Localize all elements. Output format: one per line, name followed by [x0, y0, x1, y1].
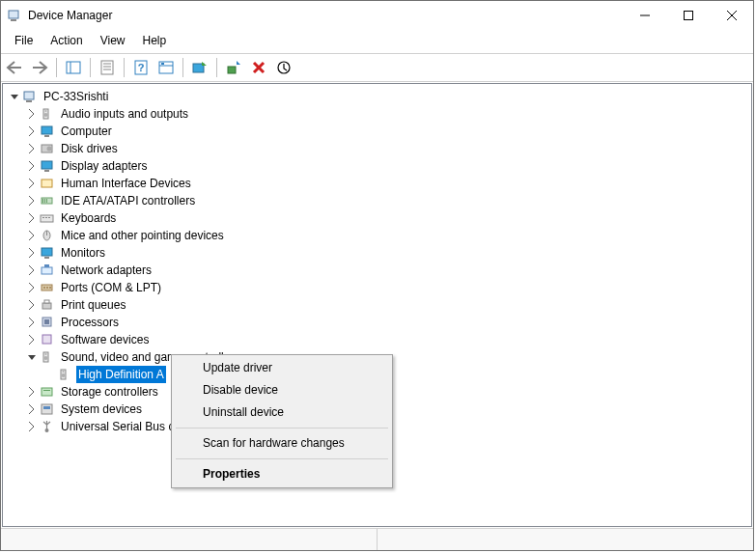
tree-node-ide[interactable]: IDE ATA/ATAPI controllers — [7, 192, 751, 209]
tree-node-proc[interactable]: Processors — [7, 314, 751, 331]
tree-node-network[interactable]: Network adapters — [7, 262, 751, 279]
chevron-right-icon[interactable] — [24, 106, 40, 122]
minimize-button[interactable] — [623, 2, 666, 30]
svg-rect-43 — [67, 62, 80, 73]
tree-node-label: Monitors — [59, 244, 107, 262]
tree-node-ports[interactable]: Ports (COM & LPT) — [7, 279, 751, 296]
tree-node-label: High Definition A — [76, 366, 166, 383]
toolbar-action-icon[interactable] — [154, 56, 178, 79]
cpu-icon — [40, 315, 55, 330]
tree-node-label: System devices — [59, 401, 144, 418]
tree-node-label: Ports (COM & LPT) — [59, 279, 163, 296]
chevron-down-icon[interactable] — [24, 349, 40, 365]
toolbar-separator — [182, 58, 183, 77]
tree-node-label: PC-33Srishti — [42, 88, 110, 105]
toolbar-separator — [56, 58, 57, 77]
close-button[interactable] — [710, 2, 753, 30]
toolbar-back-icon[interactable] — [3, 56, 26, 79]
toolbar-forward-icon[interactable] — [28, 56, 51, 79]
keyboard-icon — [40, 210, 55, 226]
chevron-right-icon[interactable] — [24, 245, 40, 261]
tree-node-disk[interactable]: Disk drives — [7, 140, 751, 157]
chevron-right-icon[interactable] — [24, 228, 40, 243]
speaker-icon — [40, 106, 55, 122]
tree-node-keyboards[interactable]: Keyboards — [7, 209, 751, 227]
tree-node-audio[interactable]: Audio inputs and outputs — [7, 105, 751, 123]
tree-node-display[interactable]: Display adapters — [7, 157, 751, 175]
toolbar-properties-icon[interactable] — [96, 56, 119, 79]
chevron-right-icon[interactable] — [24, 384, 40, 400]
chevron-right-icon[interactable] — [24, 280, 40, 295]
tree-node-label: Print queues — [59, 296, 127, 314]
chevron-right-icon[interactable] — [24, 141, 40, 156]
toolbar-separator — [90, 58, 91, 77]
tree-node-label: IDE ATA/ATAPI controllers — [59, 192, 197, 209]
chevron-right-icon[interactable] — [24, 158, 40, 174]
chevron-right-icon[interactable] — [24, 193, 40, 208]
hid-icon — [40, 176, 55, 191]
network-icon — [40, 263, 55, 278]
chevron-right-icon[interactable] — [24, 263, 40, 278]
device-manager-window: Device Manager File Action View Help — [0, 0, 754, 551]
titlebar: Device Manager — [1, 1, 753, 30]
context-properties[interactable]: Properties — [174, 463, 390, 485]
software-icon — [40, 332, 55, 347]
chevron-right-icon[interactable] — [24, 332, 40, 347]
tree-node-label: Processors — [59, 314, 121, 331]
printer-icon — [40, 297, 55, 313]
chevron-right-icon[interactable] — [24, 297, 40, 313]
svg-rect-53 — [161, 63, 164, 65]
expander-blank — [42, 367, 57, 382]
statusbar-cell — [1, 529, 378, 550]
tree-node-softdev[interactable]: Software devices — [7, 331, 751, 348]
mouse-icon — [40, 228, 55, 243]
svg-rect-55 — [228, 67, 236, 73]
chevron-down-icon[interactable] — [7, 89, 22, 104]
toolbar-disable-icon[interactable] — [272, 56, 295, 79]
context-update-driver[interactable]: Update driver — [174, 357, 390, 379]
window-controls — [623, 2, 753, 30]
tree-node-label: Mice and other pointing devices — [59, 227, 226, 244]
tree-node-label: Storage controllers — [59, 383, 160, 401]
maximize-button[interactable] — [666, 2, 710, 30]
speaker-icon — [40, 349, 55, 365]
tree-node-label: Display adapters — [59, 157, 149, 175]
tree-node-mice[interactable]: Mice and other pointing devices — [7, 227, 751, 244]
chevron-right-icon[interactable] — [24, 210, 40, 226]
tree-node-hid[interactable]: Human Interface Devices — [7, 175, 751, 192]
toolbar-show-hide-tree-icon[interactable] — [62, 56, 85, 79]
chevron-right-icon[interactable] — [24, 315, 40, 330]
toolbar-help-icon[interactable]: ? — [129, 56, 153, 79]
disk-icon — [40, 141, 55, 156]
toolbar-update-driver-icon[interactable] — [222, 56, 245, 79]
port-icon — [40, 280, 55, 295]
statusbar-cell — [378, 529, 753, 550]
context-separator — [176, 458, 388, 459]
tree-panel[interactable]: PC-33SrishtiAudio inputs and outputsComp… — [2, 83, 752, 527]
context-disable-device[interactable]: Disable device — [174, 379, 390, 401]
chevron-right-icon[interactable] — [24, 176, 40, 191]
chevron-right-icon[interactable] — [24, 401, 40, 417]
menu-view[interactable]: View — [93, 32, 133, 49]
tree-node-label: Software devices — [59, 331, 151, 348]
tree-node-printq[interactable]: Print queues — [7, 296, 751, 314]
context-uninstall-device[interactable]: Uninstall device — [174, 401, 390, 424]
toolbar-scan-hardware-icon[interactable] — [188, 56, 211, 79]
tree-node-computer[interactable]: Computer — [7, 123, 751, 140]
tree-node-label: Disk drives — [59, 140, 120, 157]
chevron-right-icon[interactable] — [24, 419, 40, 434]
tree-node-monitors[interactable]: Monitors — [7, 244, 751, 262]
monitor-icon — [40, 124, 55, 139]
monitor-icon — [40, 158, 55, 174]
svg-rect-40 — [684, 12, 692, 20]
context-scan-hardware[interactable]: Scan for hardware changes — [174, 432, 390, 455]
toolbar-uninstall-icon[interactable] — [247, 56, 270, 79]
system-icon — [40, 401, 55, 417]
toolbar: ? — [1, 53, 753, 82]
menu-file[interactable]: File — [7, 32, 41, 49]
chevron-right-icon[interactable] — [24, 124, 40, 139]
menu-action[interactable]: Action — [42, 32, 90, 49]
tree-node-label: Human Interface Devices — [59, 175, 193, 192]
menu-help[interactable]: Help — [135, 32, 175, 49]
tree-node-root[interactable]: PC-33Srishti — [7, 88, 751, 105]
